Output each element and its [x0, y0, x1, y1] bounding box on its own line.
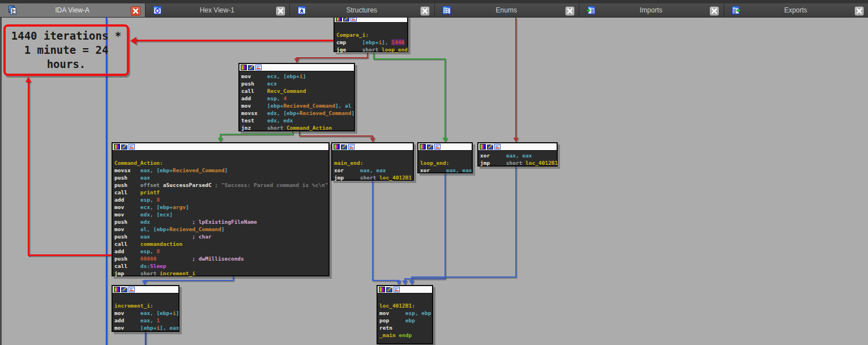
- asm-token-loc: loop_end: [382, 46, 408, 53]
- asm-line: mov ecx, [ebp+i]: [241, 73, 354, 80]
- asm-token-mn: push: [114, 219, 140, 225]
- asm-token-loc: printf: [140, 189, 160, 195]
- asm-line: call Recv_Command: [241, 87, 354, 95]
- disassembly-view-icon: [8, 6, 17, 15]
- asm-token-mn: push: [114, 174, 140, 181]
- asm-line: push edx ; lpExistingFileName: [114, 218, 328, 225]
- annotation-arrowhead-up: [25, 76, 31, 82]
- block-title-bar[interactable]: [418, 143, 472, 151]
- asm-token-reg: eax,: [140, 167, 157, 173]
- asm-token-reg: ]: [221, 226, 225, 232]
- block-loop_end[interactable]: loop_end:xor eax, eax: [417, 142, 473, 173]
- block-code[interactable]: xor eax, eaxjmp short loc_4012B1: [478, 151, 557, 167]
- block-code[interactable]: increment_i:mov eax, [ebp+i]add eax, 1mo…: [113, 293, 178, 331]
- annotation-arrowhead-left: [130, 37, 136, 45]
- close-tab-icon[interactable]: [854, 6, 864, 16]
- block-code[interactable]: loop_end:xor eax, eax: [418, 151, 472, 174]
- asm-token-var: Recieved_Command: [169, 226, 221, 232]
- block-code[interactable]: mov ecx, [ebp+i]push ecxcall Recv_Comman…: [240, 71, 354, 131]
- asm-token-mn: jmp: [480, 160, 506, 166]
- asm-line: pop ebp: [379, 317, 432, 324]
- annotation-arrow-line-to-compare: [136, 40, 333, 41]
- tab-hex-view-1[interactable]: Hex View-1: [145, 3, 290, 17]
- block-compare_i[interactable]: Compare_i:cmp [ebp+i], 1440jge short loo…: [333, 18, 408, 52]
- edge-mainend-to-loc4012b1: [374, 182, 400, 282]
- block-main_end[interactable]: main_end:xor eax, eaxjmp short loc_4012B…: [331, 142, 414, 181]
- block-title-bar[interactable]: [240, 64, 354, 71]
- annotation-text: 1440 iterations *: [6, 29, 127, 43]
- block-code[interactable]: Compare_i:cmp [ebp+i], 1440jge short loo…: [335, 23, 407, 53]
- asm-line: jge short loop_end: [336, 46, 407, 53]
- block-command_action[interactable]: Command_Action:movsx eax, [ebp+Recieved_…: [112, 142, 330, 276]
- asm-token-reg: ],: [160, 325, 169, 331]
- block-title-bar[interactable]: [478, 143, 557, 151]
- asm-token-mn: jnz: [241, 125, 267, 131]
- asm-token-mn: cmp: [336, 39, 362, 45]
- asm-line: push offset aSuccessParsedC ; "Success: …: [114, 181, 328, 189]
- tab-label: Structures: [306, 3, 417, 17]
- asm-token-num: 60000: [140, 255, 193, 262]
- asm-token-mn: push: [241, 80, 267, 87]
- block-recv_command[interactable]: mov ecx, [ebp+i]push ecxcall Recv_Comman…: [238, 63, 355, 131]
- tab-structures[interactable]: Structures: [289, 3, 434, 17]
- asm-token-reg: edx,: [267, 110, 284, 116]
- tab-imports[interactable]: Imports: [579, 3, 724, 17]
- tab-label: Enums: [451, 3, 562, 17]
- asm-line: call printf: [114, 189, 328, 196]
- edge-loopend-to-loc4012b1: [406, 174, 446, 282]
- asm-token-reg: eax, eax: [360, 167, 386, 173]
- close-tab-icon[interactable]: [276, 6, 285, 16]
- asm-line: loc_4012B1:: [379, 302, 432, 309]
- close-tab-icon[interactable]: [565, 6, 575, 16]
- asm-line: [379, 295, 432, 302]
- asm-token-mn: xor: [334, 167, 360, 173]
- hex-view-icon: [153, 6, 162, 15]
- block-increment_i[interactable]: increment_i:mov eax, [ebp+i]add eax, 1mo…: [112, 285, 179, 332]
- asm-token-mn: add: [241, 95, 267, 101]
- asm-token-loc: Command_Action: [287, 125, 332, 131]
- asm-token-loc: Command_Action:: [114, 160, 163, 166]
- asm-line: mov al, [ebp+Recieved_Command]: [114, 225, 328, 233]
- asm-token-mn: add: [114, 248, 140, 254]
- asm-token-loc: increment_i: [160, 270, 195, 276]
- close-tab-icon[interactable]: [709, 6, 719, 16]
- block-code[interactable]: loc_4012B1:mov esp, ebppop ebpretn_main …: [378, 293, 432, 339]
- asm-token-reg: ebp: [405, 317, 415, 323]
- asm-token-reg: eax, eax: [446, 167, 472, 173]
- asm-token-mn: push: [114, 233, 140, 240]
- asm-token-mn: pop: [379, 317, 405, 323]
- asm-line: push eax ; char: [114, 233, 328, 240]
- asm-token-reg: ds:: [140, 263, 150, 269]
- graph-canvas[interactable]: Compare_i:cmp [ebp+i], 1440jge short loo…: [0, 18, 868, 345]
- asm-line: mov eax, [ebp+i]: [114, 309, 178, 317]
- annotation-arrow-line-down: [28, 82, 29, 256]
- asm-token-kw: offset: [140, 182, 163, 188]
- close-tab-icon[interactable]: [131, 6, 140, 16]
- tab-enums[interactable]: Enums: [434, 3, 579, 17]
- asm-line: cmp [ebp+i], 1440: [336, 39, 407, 46]
- block-title-bar[interactable]: [332, 143, 413, 151]
- block-loc_4012b1[interactable]: loc_4012B1:mov esp, ebppop ebpretn_main …: [377, 285, 433, 344]
- asm-token-num: 8: [156, 248, 160, 254]
- asm-line: add esp, 8: [114, 196, 328, 203]
- block-code[interactable]: main_end:xor eax, eaxjmp short loc_4012B…: [332, 151, 413, 181]
- enums-icon: [442, 6, 451, 15]
- asm-token-reg: esp, ebp: [405, 310, 431, 316]
- block-title-bar[interactable]: [378, 286, 432, 293]
- tab-ida-view-a[interactable]: IDA View-A: [0, 3, 145, 17]
- asm-token-loc: main_end:: [334, 160, 363, 166]
- tab-exports[interactable]: Exports: [724, 3, 868, 17]
- asm-line: jmp short loc_4012B1: [334, 174, 413, 181]
- asm-token-reg: [ebp+: [156, 204, 173, 210]
- asm-token-mn: jmp: [114, 270, 140, 276]
- block-title-bar[interactable]: [113, 286, 178, 293]
- annotation-text: 1 minute = 24: [6, 43, 127, 57]
- asm-token-reg: edx: [140, 219, 193, 225]
- close-tab-icon[interactable]: [420, 6, 430, 16]
- block-title-bar[interactable]: [335, 18, 407, 23]
- asm-token-reg: edx,: [140, 211, 157, 218]
- block-title-bar[interactable]: [113, 143, 328, 151]
- asm-token-loc: Compare_i:: [336, 32, 369, 38]
- block-code[interactable]: Command_Action:movsx eax, [ebp+Recieved_…: [113, 151, 328, 277]
- block-xor_jmp[interactable]: xor eax, eaxjmp short loc_4012B1: [477, 142, 558, 167]
